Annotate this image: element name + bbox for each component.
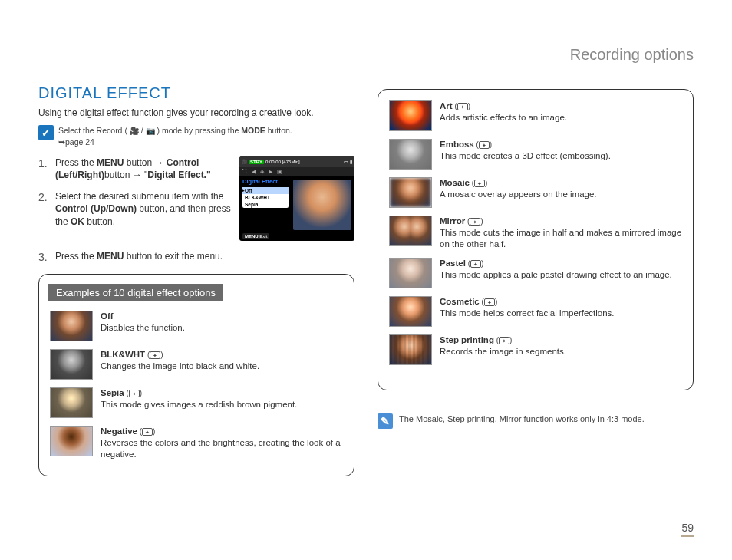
- step-3: 3. Press the MENU button to exit the men…: [38, 250, 354, 265]
- effect-mode-icon: ✦: [470, 218, 480, 226]
- effect-mode-icon: ✦: [129, 390, 140, 397]
- thumb-inner: [51, 427, 92, 456]
- effect-mode-icon: ✦: [457, 103, 468, 110]
- effect-mode-icon: ✦: [150, 351, 160, 359]
- t: Press the: [55, 157, 97, 168]
- video-mode-icon: 🎥: [130, 127, 139, 135]
- effect-mode-icon: ✦: [474, 180, 485, 187]
- effect-name: Emboss: [440, 140, 474, 149]
- right-column: Art (✦)Adds artistic effects to an image…: [378, 84, 694, 476]
- effect-text: Cosmetic (✦)This mode helps correct faci…: [440, 296, 682, 319]
- effect-thumbnail: [50, 426, 93, 456]
- tab-icon: ◀: [252, 169, 256, 175]
- effect-thumbnail: [50, 387, 93, 418]
- ok-word: OK: [71, 216, 84, 227]
- effect-name: Off: [101, 311, 114, 321]
- effect-icon-paren: (✦): [466, 259, 483, 268]
- effect-text: Sepia (✦)This mode gives images a reddis…: [101, 387, 343, 410]
- effect-mode-icon: ✦: [142, 428, 153, 436]
- tab-icon: ▶: [269, 169, 272, 175]
- effect-name: Pastel: [440, 259, 466, 268]
- effect-thumbnail: [50, 311, 93, 341]
- effect-text: BLK&WHT (✦)Changes the image into black …: [101, 349, 343, 372]
- step-2: 2. Select the desired submenu item with …: [38, 190, 232, 228]
- card-icon: ▭: [344, 159, 348, 164]
- thumb-inner: [51, 388, 92, 417]
- mode-word: MODE: [241, 126, 265, 135]
- effect-mosaic: Mosaic (✦)A mosaic overlay appears on th…: [389, 177, 682, 208]
- lcd-option-sepia: Sepia: [242, 201, 289, 208]
- lcd-screenshot: 🎥 STBY 0:00:00 [475Min] ▭ ▮ ⛶ ◀ ◈ ▶ ▣: [239, 156, 354, 241]
- effect-text: OffDisables the function.: [101, 311, 343, 334]
- time-text: 0:00:00 [475Min]: [265, 160, 300, 164]
- precondition-tip: ✓ Select the Record ( 🎥 / 📷 ) mode by pr…: [38, 125, 354, 147]
- effect-bw: BLK&WHT (✦)Changes the image into black …: [50, 349, 343, 380]
- intro-text: Using the digital effect function gives …: [38, 107, 354, 119]
- step-num: 2.: [38, 190, 49, 205]
- page-number: 59: [681, 522, 694, 537]
- effect-name: Cosmetic: [440, 297, 480, 306]
- section-title: DIGITAL EFFECT: [38, 84, 354, 102]
- effect-mode-icon: ✦: [470, 260, 481, 268]
- exit-label: Exit: [259, 234, 267, 239]
- effect-text: Mirror (✦)This mode cuts the image in ha…: [440, 216, 682, 250]
- step-1: 1. Press the MENU button → Control (Left…: [38, 156, 232, 181]
- lcd-options: Off BLK&WHT Sepia: [242, 187, 289, 208]
- thumb-inner: [390, 335, 431, 364]
- effect-thumbnail: [389, 258, 432, 288]
- mirror-half: [390, 216, 411, 245]
- menu-word: MENU: [97, 157, 124, 168]
- effect-cosm: Cosmetic (✦)This mode helps correct faci…: [389, 296, 682, 327]
- effect-icon-paren: (✦): [145, 351, 163, 359]
- left-column: DIGITAL EFFECT Using the digital effect …: [38, 84, 354, 476]
- header-rule: [38, 68, 694, 68]
- effect-icon-paren: (✦): [453, 102, 470, 110]
- step-num: 1.: [38, 156, 49, 171]
- thumb-inner: [390, 140, 431, 169]
- effect-name: BLK&WHT: [101, 350, 145, 359]
- control-ud: Control (Up/Down): [55, 203, 137, 214]
- thumb-inner: [51, 311, 92, 341]
- lcd-exit: MENU Exit: [242, 233, 269, 239]
- effect-text: Emboss (✦)This mode creates a 3D effect …: [440, 139, 682, 162]
- effect-name: Step printing: [440, 335, 494, 344]
- thumb-inner: [390, 101, 431, 130]
- step-num: 3.: [38, 250, 49, 265]
- effect-name: Art: [440, 101, 453, 110]
- effect-mirror: Mirror (✦)This mode cuts the image in ha…: [389, 216, 682, 250]
- step-text: Press the MENU button to exit the menu.: [55, 250, 354, 262]
- check-icon: ✓: [38, 125, 54, 140]
- effect-text: Pastel (✦)This mode applies a pale paste…: [440, 258, 682, 281]
- effect-desc: Disables the function.: [101, 323, 185, 332]
- lcd-option-off: Off: [242, 187, 289, 194]
- examples-box: Examples of 10 digital effect options Of…: [38, 274, 354, 476]
- stby-badge: STBY: [249, 160, 264, 164]
- thumb-inner: [390, 297, 431, 326]
- effect-mode-icon: ✦: [484, 298, 495, 306]
- lcd-tabbar: ⛶ ◀ ◈ ▶ ▣: [239, 167, 354, 176]
- page-header: Recording options: [570, 46, 694, 64]
- effect-thumbnail: [389, 139, 432, 170]
- mirror-half: [411, 216, 431, 245]
- effect-emboss: Emboss (✦)This mode creates a 3D effect …: [389, 139, 682, 170]
- effect-desc: This mode gives images a reddish brown p…: [101, 400, 297, 409]
- effect-mode-icon: ✦: [479, 141, 490, 149]
- effect-desc: Changes the image into black and white.: [101, 361, 259, 371]
- effect-icon-paren: (✦): [474, 140, 492, 149]
- effect-desc: A mosaic overlay appears on the image.: [440, 189, 597, 199]
- lcd-option-bw: BLK&WHT: [242, 194, 289, 201]
- effect-desc: This mode cuts the image in half and mak…: [440, 228, 681, 249]
- effect-pastel: Pastel (✦)This mode applies a pale paste…: [389, 258, 682, 288]
- t: button.: [84, 216, 115, 227]
- tip-suffix: ) mode by pressing the: [157, 126, 242, 135]
- effect-desc: This mode applies a pale pastel drawing …: [440, 270, 672, 279]
- effect-name: Mosaic: [440, 178, 470, 187]
- effects-box-right: Art (✦)Adds artistic effects to an image…: [378, 89, 694, 390]
- tip-page-ref: ➥page 24: [58, 137, 292, 147]
- thumb-inner: [390, 259, 431, 288]
- effect-sepia: Sepia (✦)This mode gives images a reddis…: [50, 387, 343, 418]
- tip-prefix: Select the Record (: [58, 126, 127, 135]
- t: button to exit the menu.: [124, 251, 223, 262]
- effect-neg: Negative (✦)Reverses the colors and the …: [50, 426, 343, 460]
- effect-icon-paren: (✦): [465, 217, 483, 226]
